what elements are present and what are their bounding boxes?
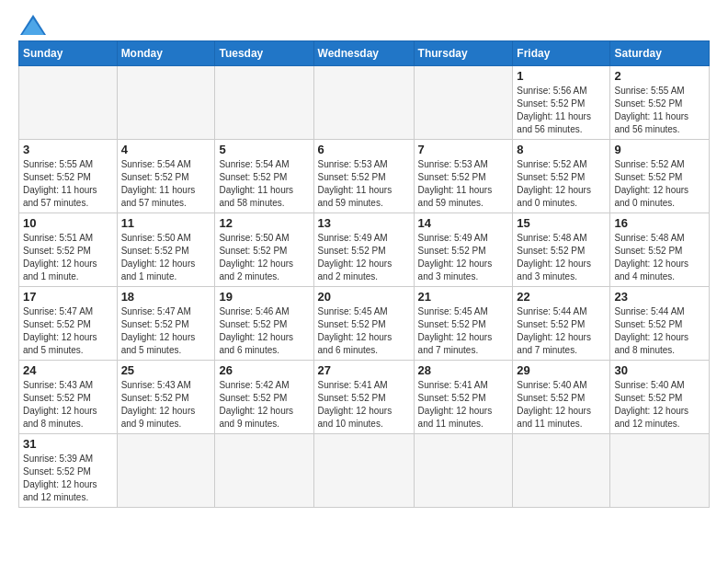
calendar-day-cell (19, 66, 118, 140)
day-info: Sunrise: 5:52 AMSunset: 5:52 PMDaylight:… (614, 158, 705, 210)
day-info: Sunrise: 5:50 AMSunset: 5:52 PMDaylight:… (121, 232, 211, 283)
calendar-day-cell: 10Sunrise: 5:51 AMSunset: 5:52 PMDayligh… (19, 213, 118, 287)
calendar-day-cell: 19Sunrise: 5:46 AMSunset: 5:52 PMDayligh… (215, 287, 313, 361)
day-info: Sunrise: 5:51 AMSunset: 5:52 PMDaylight:… (23, 232, 113, 283)
day-of-week-header: Sunday (19, 41, 118, 66)
day-number: 10 (23, 216, 113, 230)
calendar-day-cell (117, 66, 215, 140)
calendar-day-cell: 13Sunrise: 5:49 AMSunset: 5:52 PMDayligh… (313, 213, 414, 287)
calendar-day-cell (610, 434, 710, 508)
calendar-day-cell: 17Sunrise: 5:47 AMSunset: 5:52 PMDayligh… (19, 287, 118, 361)
day-number: 15 (517, 216, 606, 230)
calendar-day-cell: 12Sunrise: 5:50 AMSunset: 5:52 PMDayligh… (215, 213, 313, 287)
calendar-day-cell: 26Sunrise: 5:42 AMSunset: 5:52 PMDayligh… (215, 361, 313, 434)
calendar-day-cell: 11Sunrise: 5:50 AMSunset: 5:52 PMDayligh… (117, 213, 215, 287)
day-number: 7 (418, 143, 509, 156)
day-info: Sunrise: 5:49 AMSunset: 5:52 PMDaylight:… (418, 232, 509, 283)
day-info: Sunrise: 5:54 AMSunset: 5:52 PMDaylight:… (219, 158, 309, 210)
day-info: Sunrise: 5:52 AMSunset: 5:52 PMDaylight:… (517, 158, 606, 210)
day-number: 19 (219, 290, 309, 304)
calendar-week-row: 10Sunrise: 5:51 AMSunset: 5:52 PMDayligh… (19, 213, 710, 287)
day-info: Sunrise: 5:41 AMSunset: 5:52 PMDaylight:… (318, 379, 410, 431)
day-number: 3 (23, 143, 113, 156)
day-of-week-header: Tuesday (215, 41, 313, 66)
calendar-day-cell (313, 434, 414, 508)
calendar-day-cell: 30Sunrise: 5:40 AMSunset: 5:52 PMDayligh… (610, 361, 710, 434)
day-of-week-header: Wednesday (313, 41, 414, 66)
day-number: 11 (121, 216, 211, 230)
day-info: Sunrise: 5:50 AMSunset: 5:52 PMDaylight:… (219, 232, 309, 283)
day-of-week-header: Monday (117, 41, 215, 66)
day-number: 29 (517, 363, 606, 377)
day-of-week-header: Thursday (414, 41, 513, 66)
day-info: Sunrise: 5:44 AMSunset: 5:52 PMDaylight:… (517, 305, 606, 357)
day-info: Sunrise: 5:43 AMSunset: 5:52 PMDaylight:… (23, 379, 113, 431)
calendar-week-row: 31Sunrise: 5:39 AMSunset: 5:52 PMDayligh… (19, 434, 710, 508)
day-number: 17 (23, 290, 113, 304)
calendar-day-cell: 29Sunrise: 5:40 AMSunset: 5:52 PMDayligh… (513, 361, 610, 434)
calendar-week-row: 24Sunrise: 5:43 AMSunset: 5:52 PMDayligh… (19, 361, 710, 434)
calendar-day-cell (215, 434, 313, 508)
day-number: 28 (418, 363, 509, 377)
calendar-day-cell: 4Sunrise: 5:54 AMSunset: 5:52 PMDaylight… (117, 140, 215, 213)
day-info: Sunrise: 5:45 AMSunset: 5:52 PMDaylight:… (318, 305, 410, 357)
calendar-week-row: 17Sunrise: 5:47 AMSunset: 5:52 PMDayligh… (19, 287, 710, 361)
day-info: Sunrise: 5:48 AMSunset: 5:52 PMDaylight:… (614, 232, 705, 283)
day-info: Sunrise: 5:56 AMSunset: 5:52 PMDaylight:… (517, 85, 606, 136)
calendar-day-cell: 15Sunrise: 5:48 AMSunset: 5:52 PMDayligh… (513, 213, 610, 287)
day-number: 26 (219, 363, 309, 377)
calendar-day-cell: 31Sunrise: 5:39 AMSunset: 5:52 PMDayligh… (19, 434, 118, 508)
day-number: 23 (614, 290, 705, 304)
calendar-day-cell: 27Sunrise: 5:41 AMSunset: 5:52 PMDayligh… (313, 361, 414, 434)
calendar-day-cell (313, 66, 414, 140)
calendar-header-row: SundayMondayTuesdayWednesdayThursdayFrid… (19, 41, 710, 66)
calendar-day-cell: 20Sunrise: 5:45 AMSunset: 5:52 PMDayligh… (313, 287, 414, 361)
day-info: Sunrise: 5:46 AMSunset: 5:52 PMDaylight:… (219, 305, 309, 357)
day-info: Sunrise: 5:47 AMSunset: 5:52 PMDaylight:… (121, 305, 211, 357)
calendar-day-cell: 6Sunrise: 5:53 AMSunset: 5:52 PMDaylight… (313, 140, 414, 213)
svg-marker-1 (22, 18, 44, 35)
day-number: 9 (614, 143, 705, 156)
calendar-day-cell: 25Sunrise: 5:43 AMSunset: 5:52 PMDayligh… (117, 361, 215, 434)
day-number: 5 (219, 143, 309, 156)
logo (18, 15, 46, 35)
calendar-day-cell (513, 434, 610, 508)
day-number: 1 (517, 69, 606, 83)
calendar: SundayMondayTuesdayWednesdayThursdayFrid… (18, 40, 710, 508)
calendar-day-cell: 14Sunrise: 5:49 AMSunset: 5:52 PMDayligh… (414, 213, 513, 287)
day-number: 31 (23, 437, 113, 451)
day-number: 14 (418, 216, 509, 230)
day-info: Sunrise: 5:48 AMSunset: 5:52 PMDaylight:… (517, 232, 606, 283)
day-info: Sunrise: 5:41 AMSunset: 5:52 PMDaylight:… (418, 379, 509, 431)
calendar-day-cell (414, 66, 513, 140)
day-number: 21 (418, 290, 509, 304)
calendar-week-row: 1Sunrise: 5:56 AMSunset: 5:52 PMDaylight… (19, 66, 710, 140)
day-number: 2 (614, 69, 705, 83)
day-info: Sunrise: 5:53 AMSunset: 5:52 PMDaylight:… (318, 158, 410, 210)
day-number: 18 (121, 290, 211, 304)
day-info: Sunrise: 5:54 AMSunset: 5:52 PMDaylight:… (121, 158, 211, 210)
calendar-day-cell: 28Sunrise: 5:41 AMSunset: 5:52 PMDayligh… (414, 361, 513, 434)
day-number: 4 (121, 143, 211, 156)
day-number: 20 (318, 290, 410, 304)
calendar-day-cell: 23Sunrise: 5:44 AMSunset: 5:52 PMDayligh… (610, 287, 710, 361)
calendar-day-cell: 21Sunrise: 5:45 AMSunset: 5:52 PMDayligh… (414, 287, 513, 361)
day-number: 12 (219, 216, 309, 230)
day-of-week-header: Saturday (610, 41, 710, 66)
calendar-day-cell: 1Sunrise: 5:56 AMSunset: 5:52 PMDaylight… (513, 66, 610, 140)
day-number: 30 (614, 363, 705, 377)
day-info: Sunrise: 5:42 AMSunset: 5:52 PMDaylight:… (219, 379, 309, 431)
day-number: 25 (121, 363, 211, 377)
day-number: 27 (318, 363, 410, 377)
day-number: 13 (318, 216, 410, 230)
day-number: 16 (614, 216, 705, 230)
day-number: 6 (318, 143, 410, 156)
day-info: Sunrise: 5:40 AMSunset: 5:52 PMDaylight:… (614, 379, 705, 431)
calendar-day-cell: 8Sunrise: 5:52 AMSunset: 5:52 PMDaylight… (513, 140, 610, 213)
day-info: Sunrise: 5:45 AMSunset: 5:52 PMDaylight:… (418, 305, 509, 357)
header (18, 15, 710, 35)
day-info: Sunrise: 5:49 AMSunset: 5:52 PMDaylight:… (318, 232, 410, 283)
calendar-day-cell (215, 66, 313, 140)
day-info: Sunrise: 5:55 AMSunset: 5:52 PMDaylight:… (614, 85, 705, 136)
calendar-day-cell: 16Sunrise: 5:48 AMSunset: 5:52 PMDayligh… (610, 213, 710, 287)
